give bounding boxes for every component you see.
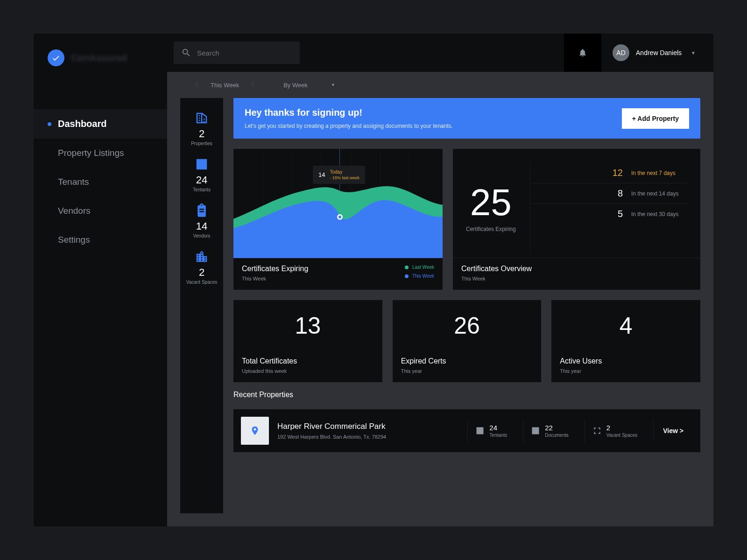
sidebar-item-vendors[interactable]: Vendors [34,196,167,225]
chart-title: Certificates Expiring [242,265,308,273]
property-stat-documents: 22Documents [523,419,576,442]
view-property-button[interactable]: View > [653,419,693,442]
search-input-wrap[interactable] [174,42,300,64]
search-icon [181,48,191,58]
chevron-down-icon: ▼ [691,50,696,56]
property-address: 192 West Harpers Blvd. San Antonio, Tx. … [277,434,459,440]
banner-subtitle: Let's get you started by creating a prop… [245,123,453,129]
welcome-banner: Hey thanks for signing up! Let's get you… [233,98,700,139]
card-certificates-overview: 25 Certificates Expiring 12 In the next … [453,149,700,290]
chart-marker [337,214,343,220]
metric-active-users: 4 Active Users This year [551,300,700,382]
user-menu[interactable]: AD Andrew Daniels ▼ [601,44,707,61]
sidebar-item-listings[interactable]: Property Listings [34,139,167,168]
sidebar-item-dashboard[interactable]: Dashboard [34,109,167,139]
logo-text: CertAssured [71,53,127,63]
property-thumbnail [241,417,269,445]
next-range-button[interactable]: 〉 [247,79,261,91]
section-title-recent: Recent Properties [233,391,700,399]
search-input[interactable] [197,49,292,57]
banner-title: Hey thanks for signing up! [245,107,453,118]
logo: CertAssured [34,44,167,72]
nav-label: Dashboard [58,119,106,129]
chevron-down-icon: ▼ [331,83,335,87]
stat-properties: 2 Properties [180,106,223,153]
person-icon [475,426,485,435]
nav-label: Vendors [58,206,91,216]
group-by-label: By Week [283,82,308,89]
sidebar-item-settings[interactable]: Settings [34,225,167,254]
bell-icon [578,48,587,57]
property-stat-tenants: 24Tentants [467,419,514,442]
stat-vacant: 2 Vacant Spaces [180,245,223,291]
overview-row: 8 In the next 14 days [530,183,687,204]
property-row: Harper River Commerical Park 192 West Ha… [233,409,700,452]
prev-range-button[interactable]: 〈 [189,79,202,91]
overview-big-number: 25 [470,184,512,221]
sidebar-item-tenants[interactable]: Tenants [34,168,167,196]
nav-label: Settings [58,235,90,245]
metric-total-certificates: 13 Total Certificates Uploaded this week [233,300,382,382]
building-icon [195,111,209,125]
crop-icon [592,426,602,435]
notifications-button[interactable] [564,34,601,72]
nav-label: Tenants [58,177,89,187]
city-icon [195,250,209,264]
avatar: AD [613,44,629,61]
user-name: Andrew Daniels [636,49,682,56]
group-by-select[interactable]: By Week ▼ [283,82,335,89]
property-stat-vacant: 2Vacant Spaces [585,419,645,442]
overview-row: 12 In the next 7 days [530,163,687,183]
document-icon [531,426,540,435]
overview-row: 5 In the next 30 days [530,204,687,224]
overview-big-label: Certificates Expiring [466,226,516,232]
stat-tenants: 24 Tentants [180,153,223,199]
chart-subtitle: This Week [242,276,308,281]
add-property-button[interactable]: + Add Property [622,108,689,129]
metric-expired-certs: 26 Expired Certs This year [393,300,542,382]
chart-tooltip: 14 Today - 15% last week [313,166,365,184]
stat-vendors: 14 Vendors [180,199,223,245]
clipboard-icon [195,203,209,217]
property-name: Harper River Commerical Park [277,422,459,431]
time-range-label: This Week [206,82,244,89]
nav-label: Property Listings [58,148,124,158]
person-icon [195,157,209,171]
check-icon [48,49,64,66]
overview-subtitle: This Week [461,276,692,281]
overview-title: Certificates Overview [461,265,692,273]
chart-legend: Last Week This Week [405,265,434,279]
chart-certificates-expiring: 14 Today - 15% last week Certificates Ex… [233,149,443,290]
